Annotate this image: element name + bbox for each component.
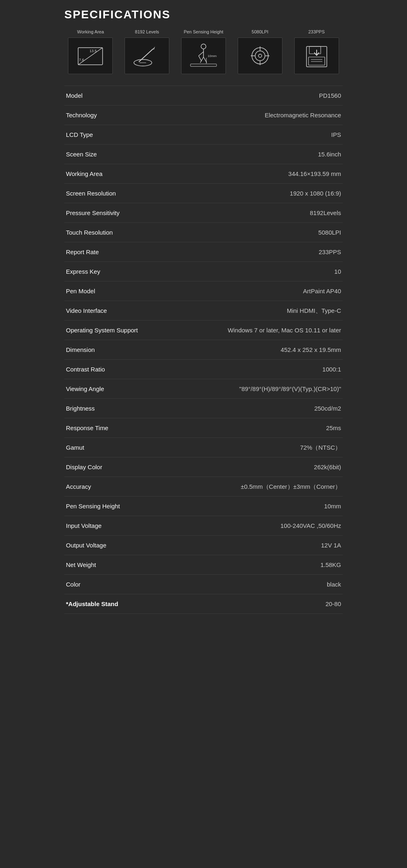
table-row: ModelPD1560 — [64, 86, 343, 105]
spec-value: ±0.5mm（Center）±3mm（Corner） — [190, 477, 343, 497]
page-container: SPECIFICATIONS Working Area 13.5 7.6 819… — [53, 0, 354, 626]
svg-point-8 — [201, 44, 206, 49]
spec-value: IPS — [190, 125, 343, 145]
specs-table: ModelPD1560TechnologyElectromagnetic Res… — [64, 86, 343, 614]
table-row: *Adjustable Stand20-80 — [64, 594, 343, 614]
spec-value: PD1560 — [190, 86, 343, 105]
spec-label: LCD Type — [64, 125, 190, 145]
spec-value: 15.6inch — [190, 145, 343, 164]
spec-label: Screen Resolution — [64, 184, 190, 203]
spec-value: 233PPS — [190, 242, 343, 262]
svg-marker-6 — [153, 46, 155, 50]
spec-label: Display Color — [64, 457, 190, 477]
table-row: Touch Resolution5080LPI — [64, 223, 343, 242]
pps-label: 233PPS — [308, 29, 324, 34]
spec-label: Pressure Sensitivity — [64, 203, 190, 223]
spec-label: Gamut — [64, 438, 190, 457]
spec-label: Color — [64, 575, 190, 594]
spec-value: black — [190, 575, 343, 594]
spec-label: *Adjustable Stand — [64, 594, 190, 614]
working-area-label: Working Area — [77, 29, 104, 34]
svg-rect-26 — [309, 57, 325, 65]
spec-label: Input Voltage — [64, 516, 190, 536]
spec-label: Net Weight — [64, 555, 190, 575]
spec-value: 10mm — [190, 497, 343, 516]
table-row: Express Key10 — [64, 262, 343, 281]
table-row: Input Voltage100-240VAC ,50/60Hz — [64, 516, 343, 536]
spec-value: 452.4 x 252 x 19.5mm — [190, 340, 343, 360]
spec-value: Mini HDMI、Type-C — [190, 301, 343, 321]
table-row: LCD TypeIPS — [64, 125, 343, 145]
table-row: Accuracy±0.5mm（Center）±3mm（Corner） — [64, 477, 343, 497]
table-row: Report Rate233PPS — [64, 242, 343, 262]
table-row: Viewing Angle"89°/89°(H)/89°/89°(V)(Typ.… — [64, 379, 343, 399]
spec-value: 25ms — [190, 418, 343, 438]
spec-value: 262k(6bit) — [190, 457, 343, 477]
spec-label: Brightness — [64, 399, 190, 418]
spec-label: Touch Resolution — [64, 223, 190, 242]
working-area-icon: 13.5 7.6 — [74, 42, 107, 70]
lpi-item: 5080LPI — [234, 29, 286, 74]
lpi-label: 5080LPI — [252, 29, 268, 34]
spec-label: Technology — [64, 105, 190, 125]
spec-label: Dimension — [64, 340, 190, 360]
spec-value: 1.58KG — [190, 555, 343, 575]
spec-label: Pen Sensing Height — [64, 497, 190, 516]
table-row: Dimension452.4 x 252 x 19.5mm — [64, 340, 343, 360]
table-row: Pen ModelArtPaint AP40 — [64, 281, 343, 301]
spec-value: 344.16×193.59 mm — [190, 164, 343, 184]
table-row: Pressure Sensitivity8192Levels — [64, 203, 343, 223]
spec-label: Output Voltage — [64, 536, 190, 555]
spec-label: Report Rate — [64, 242, 190, 262]
table-row: Screen Resolution1920 x 1080 (16:9) — [64, 184, 343, 203]
pps-icon — [300, 42, 333, 70]
spec-value: 1920 x 1080 (16:9) — [190, 184, 343, 203]
spec-label: Express Key — [64, 262, 190, 281]
spec-value: 10 — [190, 262, 343, 281]
spec-label: Contrast Ratio — [64, 360, 190, 379]
svg-point-18 — [255, 51, 265, 61]
spec-value: 72%（NTSC） — [190, 438, 343, 457]
spec-value: 20-80 — [190, 594, 343, 614]
levels-icon-box — [125, 37, 169, 74]
spec-value: ArtPaint AP40 — [190, 281, 343, 301]
spec-value: 5080LPI — [190, 223, 343, 242]
spec-label: Pen Model — [64, 281, 190, 301]
spec-label: Working Area — [64, 164, 190, 184]
lpi-icon-box — [238, 37, 282, 74]
table-row: Operating System SupportWindows 7 or lat… — [64, 321, 343, 340]
table-row: Display Color262k(6bit) — [64, 457, 343, 477]
table-row: Working Area344.16×193.59 mm — [64, 164, 343, 184]
spec-value: "89°/89°(H)/89°/89°(V)(Typ.)(CR>10)" — [190, 379, 343, 399]
spec-value: 250cd/m2 — [190, 399, 343, 418]
levels-label: 8192 Levels — [135, 29, 159, 34]
spec-value: 1000:1 — [190, 360, 343, 379]
spec-label: Accuracy — [64, 477, 190, 497]
table-row: Video InterfaceMini HDMI、Type-C — [64, 301, 343, 321]
spec-label: Response Time — [64, 418, 190, 438]
spec-label: Model — [64, 86, 190, 105]
spec-value: 8192Levels — [190, 203, 343, 223]
spec-value: 12V 1A — [190, 536, 343, 555]
sensing-height-icon: 10mm — [187, 42, 220, 70]
spec-label: Operating System Support — [64, 321, 190, 340]
working-area-item: Working Area 13.5 7.6 — [64, 29, 117, 74]
table-row: Sceen Size15.6inch — [64, 145, 343, 164]
table-row: Response Time25ms — [64, 418, 343, 438]
spec-value: Electromagnetic Resonance — [190, 105, 343, 125]
pps-item: 233PPS — [290, 29, 343, 74]
working-area-icon-box: 13.5 7.6 — [68, 37, 113, 74]
sensing-height-label: Pen Sensing Height — [184, 29, 223, 34]
svg-point-19 — [258, 54, 262, 57]
spec-value: Windows 7 or later, Mac OS 10.11 or late… — [190, 321, 343, 340]
svg-text:13.5: 13.5 — [90, 49, 97, 53]
spec-label: Viewing Angle — [64, 379, 190, 399]
table-row: Pen Sensing Height10mm — [64, 497, 343, 516]
svg-rect-14 — [190, 64, 217, 66]
table-row: Gamut72%（NTSC） — [64, 438, 343, 457]
levels-item: 8192 Levels — [121, 29, 173, 74]
pps-icon-box — [294, 37, 339, 74]
table-row: Output Voltage12V 1A — [64, 536, 343, 555]
svg-line-10 — [199, 52, 204, 56]
sensing-height-icon-box: 10mm — [181, 37, 226, 74]
